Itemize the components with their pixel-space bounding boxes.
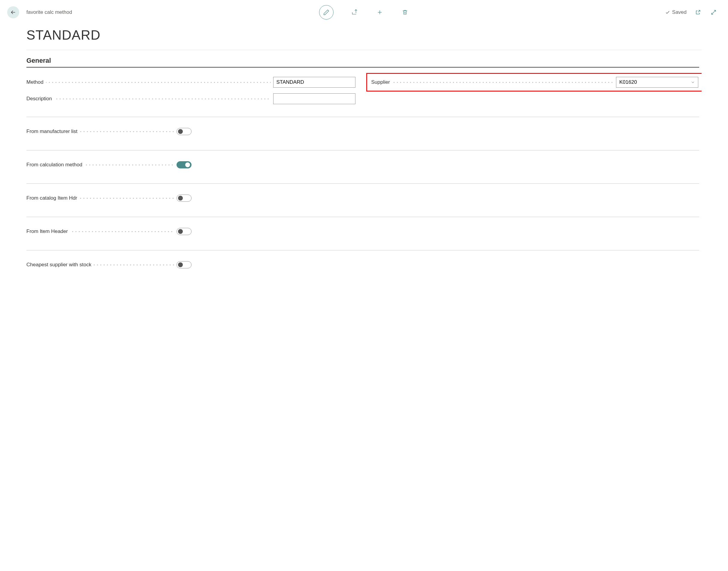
- back-button[interactable]: [7, 6, 19, 18]
- dots-filler: [54, 99, 270, 99]
- method-label: Method: [26, 79, 43, 85]
- section-title-general: General: [26, 57, 699, 65]
- check-icon: [665, 10, 671, 15]
- toggle-label: From manufacturer list: [26, 128, 78, 134]
- toggle-thumb: [185, 162, 190, 167]
- general-row-2: Description: [26, 93, 699, 104]
- supplier-highlight-box: Supplier: [366, 73, 702, 92]
- section-underline: [26, 67, 699, 68]
- new-button[interactable]: [376, 8, 384, 16]
- page-root: favorite calc method Saved: [0, 0, 728, 571]
- toggle-label: Cheapest supplier with stock: [26, 262, 91, 268]
- toggle-switch[interactable]: [176, 228, 192, 235]
- dots-filler: [70, 231, 174, 232]
- toggle-row: From Item Header: [26, 228, 699, 235]
- divider: [26, 117, 699, 117]
- pencil-icon: [323, 9, 330, 16]
- toggle-switch[interactable]: [176, 261, 192, 268]
- toggle-thumb: [178, 229, 183, 234]
- header-toolbar: favorite calc method Saved: [0, 5, 728, 19]
- expand-icon: [711, 9, 717, 15]
- method-input[interactable]: [273, 77, 355, 88]
- content-area: STANDARD General Method Supplier: [0, 19, 728, 571]
- supplier-select[interactable]: [616, 77, 698, 88]
- toggle-label: From calculation method: [26, 162, 82, 168]
- description-input[interactable]: [273, 93, 355, 104]
- field-supplier-wrap: Supplier: [370, 76, 700, 89]
- toggle-row-inner: From catalog Item Hdr: [26, 195, 176, 201]
- popout-icon: [695, 9, 701, 15]
- dots-filler: [85, 164, 174, 165]
- share-button[interactable]: [350, 8, 359, 16]
- toggle-list: From manufacturer listFrom calculation m…: [26, 117, 699, 268]
- toggle-row-inner: From Item Header: [26, 228, 176, 234]
- dots-filler: [94, 264, 174, 265]
- description-label: Description: [26, 96, 52, 102]
- toggle-row-inner: From calculation method: [26, 162, 176, 168]
- field-description: Description: [26, 93, 355, 104]
- toolbar-center: [319, 5, 409, 19]
- divider: [26, 250, 699, 250]
- toggle-thumb: [178, 196, 183, 201]
- plus-icon: [376, 9, 383, 16]
- dots-filler: [80, 198, 174, 199]
- toggle-thumb: [178, 262, 183, 267]
- toggle-label: From Item Header: [26, 228, 68, 234]
- share-icon: [351, 9, 358, 16]
- toggle-switch[interactable]: [176, 161, 192, 168]
- edit-button[interactable]: [319, 5, 334, 19]
- saved-label: Saved: [672, 9, 687, 15]
- divider: [26, 150, 699, 150]
- field-method: Method: [26, 76, 355, 89]
- arrow-left-icon: [10, 9, 16, 16]
- general-row-1: Method Supplier: [26, 76, 699, 89]
- toggle-row: From calculation method: [26, 161, 699, 168]
- toggle-row: From manufacturer list: [26, 128, 699, 135]
- empty-col: [370, 93, 700, 104]
- dots-filler: [46, 82, 271, 83]
- delete-button[interactable]: [401, 8, 409, 16]
- toggle-row-inner: Cheapest supplier with stock: [26, 262, 176, 268]
- toggle-switch[interactable]: [176, 128, 192, 135]
- dots-filler: [392, 82, 614, 83]
- toggle-thumb: [178, 129, 183, 134]
- scroll-area[interactable]: General Method Supplier: [26, 50, 702, 566]
- record-title: STANDARD: [26, 28, 702, 43]
- saved-indicator: Saved: [665, 9, 687, 15]
- toggle-row: From catalog Item Hdr: [26, 195, 699, 202]
- divider: [26, 217, 699, 217]
- toggle-row: Cheapest supplier with stock: [26, 261, 699, 268]
- breadcrumb: favorite calc method: [26, 9, 72, 15]
- trash-icon: [402, 9, 408, 16]
- dots-filler: [80, 131, 174, 132]
- toggle-switch[interactable]: [176, 195, 192, 202]
- toggle-row-inner: From manufacturer list: [26, 128, 176, 134]
- popout-button[interactable]: [694, 8, 702, 16]
- supplier-label: Supplier: [371, 79, 390, 85]
- toggle-label: From catalog Item Hdr: [26, 195, 77, 201]
- supplier-input[interactable]: [616, 77, 698, 88]
- expand-button[interactable]: [709, 8, 718, 16]
- toolbar-right: Saved: [665, 8, 718, 16]
- divider: [26, 184, 699, 184]
